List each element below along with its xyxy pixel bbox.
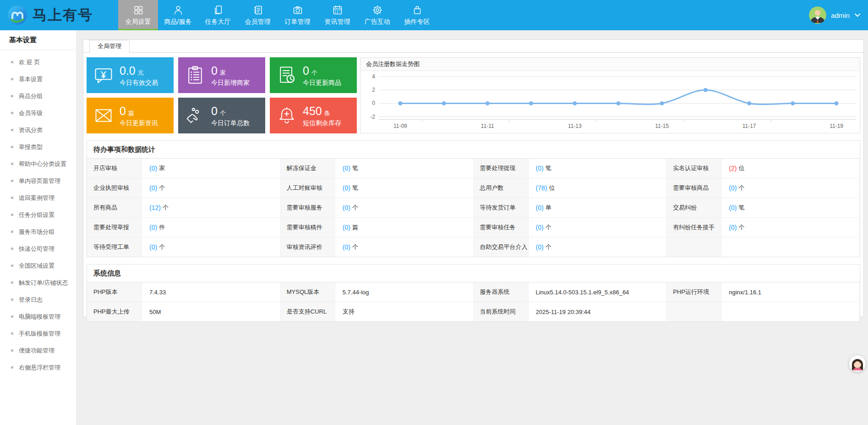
todo-count-link[interactable]: (0) xyxy=(536,165,544,172)
sidebar-item[interactable]: 基本设置 xyxy=(0,71,76,88)
card-label: 今日更新商品 xyxy=(303,79,341,86)
sysinfo-value: 7.4.33 xyxy=(149,289,166,296)
stat-card[interactable]: 0.0元今日有效交易 xyxy=(87,57,174,93)
sysinfo-value: 50M xyxy=(149,309,161,315)
sidebar-item[interactable]: 便捷功能管理 xyxy=(0,342,76,359)
card-value: 0 xyxy=(120,105,126,117)
sidebar-item[interactable]: 单内容页面管理 xyxy=(0,172,76,189)
nav-item[interactable]: 商品/服务 xyxy=(158,0,198,30)
todo-unit: 件 xyxy=(159,223,165,232)
sidebar-item[interactable]: 登录日志 xyxy=(0,291,76,308)
todo-value-cell: (0)件 xyxy=(142,217,280,237)
todo-value-cell: (0)篇 xyxy=(335,217,474,237)
sysinfo-value: nginx/1.16.1 xyxy=(729,289,761,296)
todo-unit: 笔 xyxy=(738,204,744,212)
sidebar-item[interactable]: 快递公司管理 xyxy=(0,240,76,257)
todo-unit: 笔 xyxy=(352,164,358,172)
sidebar-item[interactable]: 追回案例管理 xyxy=(0,189,76,206)
todo-value-cell: (0)个 xyxy=(721,217,860,237)
sidebar-item[interactable]: 服务市场分组 xyxy=(0,223,76,240)
sidebar-item[interactable]: 举报类型 xyxy=(0,138,76,155)
todo-count-link[interactable]: (0) xyxy=(149,165,157,172)
todo-value-cell: (0)笔 xyxy=(721,198,860,217)
nav-item[interactable]: 资讯管理 xyxy=(317,0,357,30)
sysinfo-value: 支持 xyxy=(343,308,355,316)
sidebar-item[interactable]: 全国区域设置 xyxy=(0,257,76,274)
logo[interactable]: 马上有号 xyxy=(0,0,113,30)
todo-label-cell: 需要处理提现 xyxy=(474,159,529,178)
todo-label-cell: 有纠纷任务接手 xyxy=(666,217,721,237)
stat-card[interactable]: 0个今日更新商品 xyxy=(270,57,357,93)
chart-title: 会员注册数据走势图 xyxy=(360,58,860,71)
stat-card[interactable]: 0个今日订单总数 xyxy=(178,98,265,133)
todo-count-link[interactable]: (0) xyxy=(343,243,350,251)
gear-icon xyxy=(372,5,383,16)
sidebar-item-label: 登录日志 xyxy=(19,296,43,304)
todo-count-link[interactable]: (0) xyxy=(149,224,157,231)
sidebar-item[interactable]: 右侧悬浮栏管理 xyxy=(0,359,76,376)
user-menu[interactable]: admin xyxy=(809,0,861,30)
tab-global-management[interactable]: 全局管理 xyxy=(89,40,130,53)
stat-card[interactable]: 0家今日新增商家 xyxy=(178,57,265,93)
todo-label-cell: 企业执照审核 xyxy=(87,178,142,198)
sidebar-item[interactable]: 欢 迎 页 xyxy=(0,54,76,71)
todo-value-cell: (0)个 xyxy=(335,237,474,257)
sidebar-item[interactable]: 资讯分类 xyxy=(0,121,76,138)
todo-count-link[interactable]: (0) xyxy=(343,165,350,172)
svg-text:11-09: 11-09 xyxy=(393,123,407,129)
todo-count-link[interactable]: (0) xyxy=(343,184,350,192)
todo-count-link[interactable]: (2) xyxy=(729,165,737,172)
sysinfo-value: 5.7.44-log xyxy=(343,289,369,296)
todo-count-link[interactable]: (0) xyxy=(149,184,157,192)
todo-count-link[interactable]: (78) xyxy=(536,184,547,192)
bullet-icon xyxy=(11,248,13,250)
nav-item[interactable]: 全局设置 xyxy=(118,0,158,30)
card-value: 0 xyxy=(211,105,218,117)
todo-count-link[interactable]: (0) xyxy=(149,243,157,251)
sidebar-item-label: 帮助中心分类设置 xyxy=(19,160,66,168)
main-area: 全局管理 0.0元今日有效交易0家今日新增商家0个今日更新商品0篇今日更新资讯0… xyxy=(76,30,868,425)
card-unit: 个 xyxy=(220,110,226,116)
sidebar-item[interactable]: 会员等级 xyxy=(0,105,76,121)
stat-card[interactable]: 450条短信剩余库存 xyxy=(270,98,357,133)
todo-value-cell: (0)个 xyxy=(335,198,474,217)
svg-text:0: 0 xyxy=(372,100,375,106)
todo-count-link[interactable]: (0) xyxy=(343,224,350,231)
service-avatar-button[interactable] xyxy=(849,355,866,372)
sidebar-item[interactable]: 帮助中心分类设置 xyxy=(0,155,76,172)
todo-value-cell: (0)笔 xyxy=(335,159,474,178)
calendar-icon xyxy=(332,5,343,16)
nav-item[interactable]: 订单管理 xyxy=(278,0,317,30)
clipboard-icon xyxy=(185,65,205,85)
bullet-icon xyxy=(11,129,13,131)
todo-count-link[interactable]: (0) xyxy=(536,204,544,211)
nav-item-label: 订单管理 xyxy=(285,18,311,26)
card-label: 今日更新资讯 xyxy=(120,120,158,126)
todo-count-link[interactable]: (0) xyxy=(729,204,737,211)
sidebar-item[interactable]: 任务分组设置 xyxy=(0,206,76,223)
todo-count-link[interactable]: (12) xyxy=(149,204,161,211)
todo-count-link[interactable]: (0) xyxy=(536,243,544,251)
nav-item[interactable]: 广告互动 xyxy=(357,0,397,30)
todo-count-link[interactable]: (0) xyxy=(343,204,350,211)
todo-label-cell: 需要审核服务 xyxy=(280,198,335,217)
bullet-icon xyxy=(11,298,13,301)
todo-count-link[interactable]: (0) xyxy=(536,224,544,231)
todo-unit: 篇 xyxy=(352,223,358,232)
sidebar-item[interactable]: 电脑端模板管理 xyxy=(0,308,76,325)
todo-label-cell: 审核资讯评价 xyxy=(280,237,335,257)
todo-count-link[interactable]: (0) xyxy=(729,224,737,231)
nav-item[interactable]: 插件专区 xyxy=(397,0,437,30)
sidebar-item[interactable]: 商品分组 xyxy=(0,88,76,105)
sidebar-item[interactable]: 触发订单/店铺状态 xyxy=(0,274,76,291)
todo-value-cell: (0)笔 xyxy=(335,178,474,198)
sidebar-item-label: 资讯分类 xyxy=(19,126,43,134)
nav-item[interactable]: 任务大厅 xyxy=(198,0,238,30)
sysinfo-section-title: 系统信息 xyxy=(87,265,860,282)
topbar: 马上有号 全局设置商品/服务任务大厅会员管理订单管理资讯管理广告互动插件专区 a… xyxy=(0,0,868,30)
sidebar-item[interactable]: 手机版模板管理 xyxy=(0,325,76,342)
nav-item[interactable]: 会员管理 xyxy=(238,0,278,30)
sidebar-item-label: 欢 迎 页 xyxy=(19,58,40,66)
todo-count-link[interactable]: (0) xyxy=(729,184,737,192)
stat-card[interactable]: 0篇今日更新资讯 xyxy=(87,98,174,133)
